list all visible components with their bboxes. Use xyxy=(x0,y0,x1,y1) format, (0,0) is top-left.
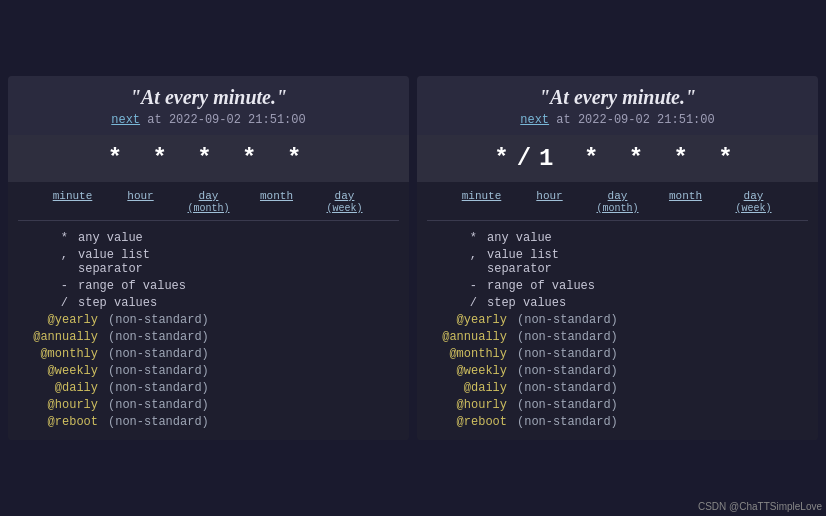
legend-table: *any value,value listseparator-range of … xyxy=(18,231,399,429)
field-labels: minutehourday(month)monthday(week) xyxy=(427,190,808,221)
legend-symbol: / xyxy=(427,296,487,310)
special-note: (non-standard) xyxy=(517,381,618,395)
special-name[interactable]: @daily xyxy=(18,381,108,395)
special-note: (non-standard) xyxy=(108,347,209,361)
cron-display: * * * * * xyxy=(8,135,409,182)
special-name[interactable]: @yearly xyxy=(18,313,108,327)
next-label[interactable]: next xyxy=(520,113,549,127)
legend-desc: range of values xyxy=(78,279,399,293)
special-note: (non-standard) xyxy=(108,415,209,429)
field-label-3: month xyxy=(652,190,720,214)
cron-expression: */1 * * * * xyxy=(429,145,806,172)
special-note: (non-standard) xyxy=(108,364,209,378)
panel-next-line: next at 2022-09-02 21:51:00 xyxy=(20,113,397,127)
next-label[interactable]: next xyxy=(111,113,140,127)
field-label-4: day(week) xyxy=(311,190,379,214)
special-name[interactable]: @reboot xyxy=(427,415,517,429)
field-label-4: day(week) xyxy=(720,190,788,214)
legend-row-3: /step values xyxy=(18,296,399,310)
panel-header: "At every minute."next at 2022-09-02 21:… xyxy=(417,76,818,135)
legend-desc: value listseparator xyxy=(78,248,399,276)
legend-row-1: ,value listseparator xyxy=(18,248,399,276)
legend-row-3: /step values xyxy=(427,296,808,310)
main-container: "At every minute."next at 2022-09-02 21:… xyxy=(8,76,818,440)
next-text: at 2022-09-02 21:51:00 xyxy=(549,113,715,127)
legend-row-2: -range of values xyxy=(18,279,399,293)
panel-body: minutehourday(month)monthday(week)*any v… xyxy=(417,182,818,440)
special-note: (non-standard) xyxy=(517,398,618,412)
special-note: (non-standard) xyxy=(517,364,618,378)
cron-expression: * * * * * xyxy=(20,145,397,172)
special-name[interactable]: @monthly xyxy=(18,347,108,361)
panel-title: "At every minute." xyxy=(429,86,806,109)
legend-symbol: - xyxy=(427,279,487,293)
special-note: (non-standard) xyxy=(517,347,618,361)
field-label-1: hour xyxy=(107,190,175,214)
special-row-2: @monthly(non-standard) xyxy=(18,347,399,361)
special-row-5: @hourly(non-standard) xyxy=(427,398,808,412)
special-name[interactable]: @weekly xyxy=(427,364,517,378)
special-row-0: @yearly(non-standard) xyxy=(427,313,808,327)
field-label-1: hour xyxy=(516,190,584,214)
special-row-1: @annually(non-standard) xyxy=(427,330,808,344)
special-row-4: @daily(non-standard) xyxy=(18,381,399,395)
special-row-0: @yearly(non-standard) xyxy=(18,313,399,327)
cron-display: */1 * * * * xyxy=(417,135,818,182)
legend-desc: value listseparator xyxy=(487,248,808,276)
panel-body: minutehourday(month)monthday(week)*any v… xyxy=(8,182,409,440)
special-row-6: @reboot(non-standard) xyxy=(18,415,399,429)
special-name[interactable]: @monthly xyxy=(427,347,517,361)
legend-symbol: , xyxy=(18,248,78,262)
legend-symbol: * xyxy=(427,231,487,245)
legend-symbol: * xyxy=(18,231,78,245)
next-text: at 2022-09-02 21:51:00 xyxy=(140,113,306,127)
legend-row-0: *any value xyxy=(427,231,808,245)
panel-right: "At every minute."next at 2022-09-02 21:… xyxy=(417,76,818,440)
legend-row-2: -range of values xyxy=(427,279,808,293)
special-row-3: @weekly(non-standard) xyxy=(427,364,808,378)
panel-header: "At every minute."next at 2022-09-02 21:… xyxy=(8,76,409,135)
panel-left: "At every minute."next at 2022-09-02 21:… xyxy=(8,76,409,440)
legend-desc: step values xyxy=(487,296,808,310)
special-row-5: @hourly(non-standard) xyxy=(18,398,399,412)
legend-desc: range of values xyxy=(487,279,808,293)
field-label-2: day(month) xyxy=(584,190,652,214)
special-row-2: @monthly(non-standard) xyxy=(427,347,808,361)
watermark: CSDN @ChaTTSimpleLove xyxy=(698,501,822,512)
special-name[interactable]: @hourly xyxy=(427,398,517,412)
special-row-1: @annually(non-standard) xyxy=(18,330,399,344)
legend-desc: any value xyxy=(78,231,399,245)
field-labels: minutehourday(month)monthday(week) xyxy=(18,190,399,221)
legend-desc: step values xyxy=(78,296,399,310)
special-name[interactable]: @annually xyxy=(427,330,517,344)
panel-title: "At every minute." xyxy=(20,86,397,109)
special-name[interactable]: @daily xyxy=(427,381,517,395)
legend-symbol: , xyxy=(427,248,487,262)
special-note: (non-standard) xyxy=(517,330,618,344)
field-label-3: month xyxy=(243,190,311,214)
special-note: (non-standard) xyxy=(108,398,209,412)
special-name[interactable]: @reboot xyxy=(18,415,108,429)
special-name[interactable]: @yearly xyxy=(427,313,517,327)
special-note: (non-standard) xyxy=(517,415,618,429)
special-name[interactable]: @weekly xyxy=(18,364,108,378)
legend-table: *any value,value listseparator-range of … xyxy=(427,231,808,429)
field-label-0: minute xyxy=(448,190,516,214)
legend-symbol: - xyxy=(18,279,78,293)
special-row-3: @weekly(non-standard) xyxy=(18,364,399,378)
legend-row-0: *any value xyxy=(18,231,399,245)
legend-row-1: ,value listseparator xyxy=(427,248,808,276)
field-label-2: day(month) xyxy=(175,190,243,214)
special-note: (non-standard) xyxy=(108,330,209,344)
field-label-0: minute xyxy=(39,190,107,214)
special-note: (non-standard) xyxy=(108,381,209,395)
special-note: (non-standard) xyxy=(517,313,618,327)
special-note: (non-standard) xyxy=(108,313,209,327)
special-row-4: @daily(non-standard) xyxy=(427,381,808,395)
special-name[interactable]: @hourly xyxy=(18,398,108,412)
legend-desc: any value xyxy=(487,231,808,245)
panel-next-line: next at 2022-09-02 21:51:00 xyxy=(429,113,806,127)
special-row-6: @reboot(non-standard) xyxy=(427,415,808,429)
legend-symbol: / xyxy=(18,296,78,310)
special-name[interactable]: @annually xyxy=(18,330,108,344)
